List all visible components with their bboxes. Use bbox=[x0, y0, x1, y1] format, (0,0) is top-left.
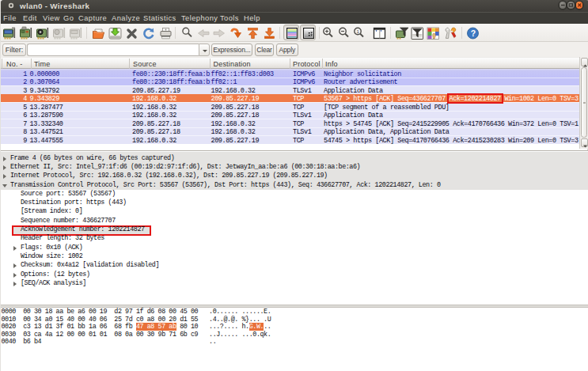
svg-text:?: ? bbox=[471, 28, 476, 37]
svg-text:1: 1 bbox=[357, 28, 360, 33]
